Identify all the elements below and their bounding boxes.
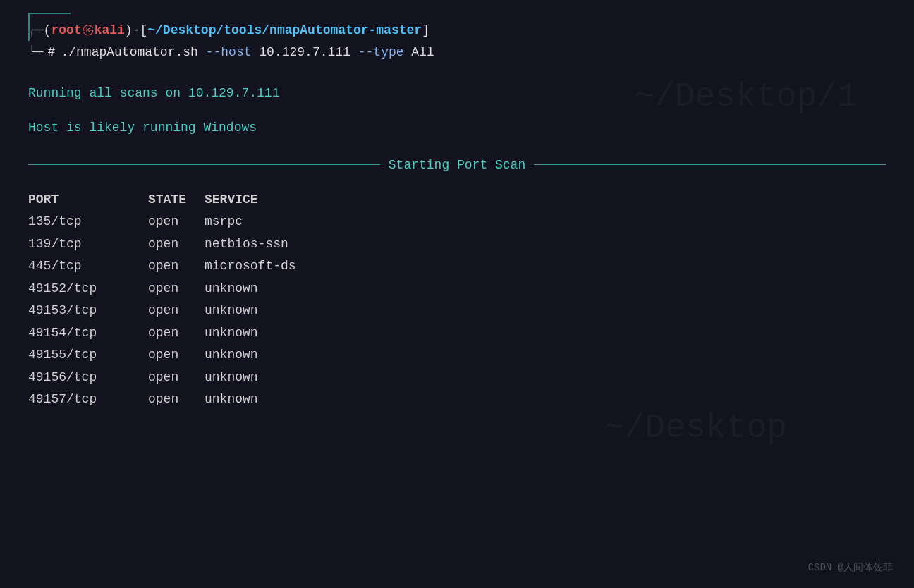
cell-service: unknown bbox=[205, 300, 346, 322]
cell-service: unknown bbox=[205, 322, 346, 345]
table-row: 49155/tcpopenunknown bbox=[28, 344, 886, 367]
terminal-border-decoration bbox=[28, 13, 71, 41]
divider-left bbox=[28, 164, 380, 165]
prompt-continuation: └─ bbox=[28, 43, 44, 62]
table-row: 49154/tcpopenunknown bbox=[28, 322, 886, 345]
cell-service: netbios-ssn bbox=[205, 233, 346, 256]
command-line: └─ # ./nmapAutomator.sh --host 10.129.7.… bbox=[28, 43, 886, 62]
cell-port: 49152/tcp bbox=[28, 278, 148, 300]
prompt-dir: ~/Desktop/tools/nmapAutomator-master bbox=[147, 21, 422, 40]
running-line: Running all scans on 10.129.7.111 bbox=[28, 83, 886, 104]
col-header-service: SERVICE bbox=[205, 189, 346, 212]
cell-port: 139/tcp bbox=[28, 233, 148, 256]
cell-state: open bbox=[148, 278, 205, 300]
port-scan-divider: Starting Port Scan bbox=[28, 158, 886, 172]
table-row: 49153/tcpopenunknown bbox=[28, 300, 886, 322]
cell-service: msrpc bbox=[205, 211, 346, 233]
cell-state: open bbox=[148, 367, 205, 389]
table-row: 135/tcpopenmsrpc bbox=[28, 211, 886, 233]
table-row: 445/tcpopenmicrosoft-ds bbox=[28, 255, 886, 278]
port-table: PORT STATE SERVICE 135/tcpopenmsrpc139/t… bbox=[28, 189, 886, 411]
divider-text: Starting Port Scan bbox=[389, 158, 525, 172]
cell-port: 49157/tcp bbox=[28, 388, 148, 411]
table-row: 49157/tcpopenunknown bbox=[28, 388, 886, 411]
cell-state: open bbox=[148, 344, 205, 367]
cell-state: open bbox=[148, 255, 205, 278]
col-header-state: STATE bbox=[148, 189, 205, 212]
col-header-port: PORT bbox=[28, 189, 148, 212]
prompt-bracket-open: )-[ bbox=[125, 21, 147, 40]
hash-symbol: # bbox=[48, 43, 56, 62]
table-header: PORT STATE SERVICE bbox=[28, 189, 886, 212]
divider-right bbox=[534, 164, 886, 165]
cell-service: unknown bbox=[205, 388, 346, 411]
cell-service: microsoft-ds bbox=[205, 255, 346, 278]
cmd-host-value: 10.129.7.111 bbox=[259, 43, 351, 62]
cell-port: 49153/tcp bbox=[28, 300, 148, 322]
cell-state: open bbox=[148, 300, 205, 322]
table-row: 49152/tcpopenunknown bbox=[28, 278, 886, 300]
watermark-2: ~/Desktop bbox=[604, 409, 787, 447]
cell-service: unknown bbox=[205, 278, 346, 300]
table-row: 139/tcpopennetbios-ssn bbox=[28, 233, 886, 256]
cell-port: 445/tcp bbox=[28, 255, 148, 278]
attribution: CSDN @人间体佐菲 bbox=[808, 561, 893, 574]
cell-port: 135/tcp bbox=[28, 211, 148, 233]
cmd-flag-host: --host bbox=[206, 43, 252, 62]
host-line: Host is likely running Windows bbox=[28, 118, 886, 138]
table-row: 49156/tcpopenunknown bbox=[28, 367, 886, 389]
cell-port: 49154/tcp bbox=[28, 322, 148, 345]
cell-state: open bbox=[148, 233, 205, 256]
cmd-type-value: All bbox=[411, 43, 434, 62]
cell-state: open bbox=[148, 211, 205, 233]
prompt-line: ┌─(root㉿kali)-[~/Desktop/tools/nmapAutom… bbox=[28, 21, 886, 40]
cmd-flag-type: --type bbox=[358, 43, 404, 62]
cell-port: 49156/tcp bbox=[28, 367, 148, 389]
prompt-at-symbol: ㉿ bbox=[82, 21, 95, 40]
cmd-script: ./nmapAutomator.sh bbox=[61, 43, 197, 62]
cell-service: unknown bbox=[205, 344, 346, 367]
cell-state: open bbox=[148, 322, 205, 345]
cell-state: open bbox=[148, 388, 205, 411]
terminal-window: ~/Desktop/1 ~/Desktop ┌─(root㉿kali)-[~/D… bbox=[0, 0, 914, 588]
cell-service: unknown bbox=[205, 367, 346, 389]
prompt-host: kali bbox=[95, 21, 125, 40]
cell-port: 49155/tcp bbox=[28, 344, 148, 367]
prompt-bracket-close: ] bbox=[422, 21, 429, 40]
